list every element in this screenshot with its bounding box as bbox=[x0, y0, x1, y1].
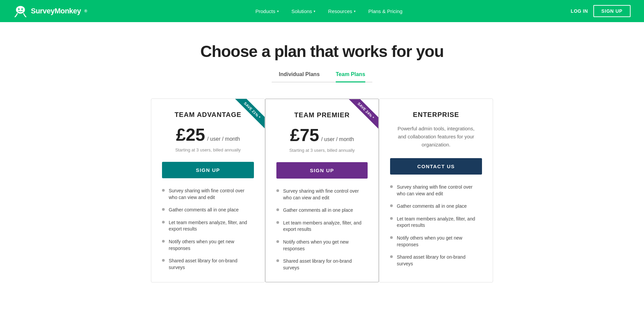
nav-item-resources[interactable]: Resources ▾ bbox=[323, 6, 360, 17]
bullet-icon bbox=[390, 185, 393, 188]
list-item: Shared asset library for on-brand survey… bbox=[276, 258, 368, 271]
features-advantage: Survey sharing with fine control over wh… bbox=[162, 188, 254, 271]
nav-item-products[interactable]: Products ▾ bbox=[251, 6, 283, 17]
list-item: Gather comments all in one place bbox=[162, 207, 254, 213]
plan-name-advantage: TEAM ADVANTAGE bbox=[162, 111, 254, 119]
list-item: Gather comments all in one place bbox=[276, 207, 368, 214]
enterprise-description: Powerful admin tools, integrations, and … bbox=[390, 125, 482, 149]
contact-us-button[interactable]: CONTACT US bbox=[390, 158, 482, 175]
login-button[interactable]: LOG IN bbox=[571, 8, 588, 14]
bullet-icon bbox=[162, 240, 165, 243]
signup-advantage-button[interactable]: SIGN UP bbox=[162, 162, 254, 178]
svg-point-1 bbox=[18, 8, 20, 10]
list-item: Let team members analyze, filter, and ex… bbox=[390, 216, 482, 229]
list-item: Survey sharing with fine control over wh… bbox=[162, 188, 254, 201]
logo-text: SurveyMonkey bbox=[31, 7, 81, 15]
bullet-icon bbox=[162, 208, 165, 211]
chevron-down-icon: ▾ bbox=[314, 9, 315, 13]
list-item: Let team members analyze, filter, and ex… bbox=[162, 219, 254, 233]
list-item: Notify others when you get new responses bbox=[276, 239, 368, 252]
nav-item-solutions[interactable]: Solutions ▾ bbox=[287, 6, 320, 17]
svg-point-2 bbox=[21, 8, 23, 10]
plan-name-premier: TEAM PREMIER bbox=[276, 111, 368, 119]
main-content: Choose a plan that works for you Individ… bbox=[0, 22, 644, 296]
nav-actions: LOG IN SIGN UP bbox=[571, 5, 631, 17]
tab-individual[interactable]: Individual Plans bbox=[279, 71, 320, 82]
list-item: Survey sharing with fine control over wh… bbox=[276, 188, 368, 201]
page-title: Choose a plan that works for you bbox=[13, 42, 631, 61]
price-period-advantage: / user / month bbox=[207, 136, 240, 142]
bullet-icon bbox=[276, 221, 279, 224]
chevron-down-icon: ▾ bbox=[277, 9, 279, 13]
bullet-icon bbox=[276, 240, 279, 243]
list-item: Shared asset library for on-brand survey… bbox=[162, 258, 254, 271]
bullet-icon bbox=[390, 217, 393, 220]
card-team-premier: SAVE 24% * TEAM PREMIER £75 / user / mon… bbox=[265, 99, 379, 282]
svg-point-0 bbox=[16, 6, 25, 14]
bullet-icon bbox=[276, 189, 279, 192]
card-team-advantage: SAVE 21% * TEAM ADVANTAGE £25 / user / m… bbox=[151, 99, 265, 282]
logo[interactable]: SurveyMonkey® bbox=[13, 4, 87, 18]
signup-premier-button[interactable]: SIGN UP bbox=[276, 162, 368, 179]
list-item: Survey sharing with fine control over wh… bbox=[390, 184, 482, 197]
bullet-icon bbox=[390, 255, 393, 258]
price-note-premier: Starting at 3 users, billed annually bbox=[276, 148, 368, 153]
signup-nav-button[interactable]: SIGN UP bbox=[593, 5, 631, 17]
price-period-premier: / user / month bbox=[321, 136, 354, 142]
list-item: Notify others when you get new responses bbox=[390, 235, 482, 248]
list-item: Let team members analyze, filter, and ex… bbox=[276, 220, 368, 233]
plan-tabs: Individual Plans Team Plans bbox=[272, 71, 372, 82]
price-amount-advantage: £25 bbox=[176, 125, 205, 145]
price-row-advantage: £25 / user / month bbox=[162, 125, 254, 145]
tab-team[interactable]: Team Plans bbox=[336, 71, 365, 82]
chevron-down-icon: ▾ bbox=[354, 9, 356, 13]
price-row-premier: £75 / user / month bbox=[276, 125, 368, 145]
bullet-icon bbox=[162, 189, 165, 192]
bullet-icon bbox=[276, 208, 279, 211]
card-enterprise: ENTERPRISE Powerful admin tools, integra… bbox=[379, 99, 493, 282]
list-item: Shared asset library for on-brand survey… bbox=[390, 254, 482, 267]
bullet-icon bbox=[390, 236, 393, 239]
pricing-cards: SAVE 21% * TEAM ADVANTAGE £25 / user / m… bbox=[138, 99, 506, 282]
nav-menu: Products ▾ Solutions ▾ Resources ▾ Plans… bbox=[251, 6, 407, 17]
price-amount-premier: £75 bbox=[290, 125, 319, 145]
list-item: Notify others when you get new responses bbox=[162, 239, 254, 252]
bullet-icon bbox=[276, 259, 279, 262]
bullet-icon bbox=[162, 259, 165, 262]
bullet-icon bbox=[162, 221, 165, 223]
nav-item-pricing[interactable]: Plans & Pricing bbox=[364, 6, 407, 17]
price-note-advantage: Starting at 3 users, billed annually bbox=[162, 147, 254, 152]
features-premier: Survey sharing with fine control over wh… bbox=[276, 188, 368, 271]
bullet-icon bbox=[390, 204, 393, 207]
features-enterprise: Survey sharing with fine control over wh… bbox=[390, 184, 482, 267]
list-item: Gather comments all in one place bbox=[390, 203, 482, 210]
plan-name-enterprise: ENTERPRISE bbox=[390, 111, 482, 119]
navigation: SurveyMonkey® Products ▾ Solutions ▾ Res… bbox=[0, 0, 644, 22]
